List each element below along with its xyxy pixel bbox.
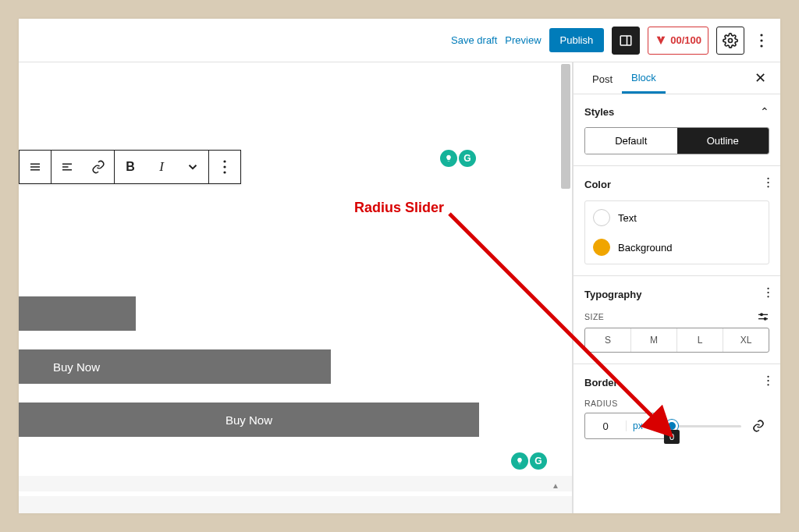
svg-point-16 bbox=[767, 182, 769, 183]
settings-sidebar: Post Block ✕ Styles Default Outline bbox=[573, 62, 780, 513]
style-outline-button[interactable]: Outline bbox=[677, 128, 769, 154]
grammarly-g-icon: G bbox=[530, 452, 547, 470]
color-section-title: Color bbox=[584, 179, 611, 190]
gear-icon bbox=[723, 33, 738, 48]
size-xl-button[interactable]: XL bbox=[723, 328, 769, 352]
block-type-button[interactable] bbox=[20, 151, 51, 183]
typography-section-title: Typography bbox=[584, 289, 641, 300]
buy-now-button-2[interactable]: Buy Now bbox=[19, 349, 331, 384]
size-s-button[interactable]: S bbox=[585, 328, 631, 352]
seo-score-value: 00/100 bbox=[670, 34, 701, 46]
radius-input-wrap: px bbox=[584, 413, 666, 439]
svg-rect-0 bbox=[620, 36, 631, 45]
block-toolbar: B I bbox=[19, 150, 241, 184]
svg-point-4 bbox=[760, 39, 762, 41]
close-icon: ✕ bbox=[755, 70, 766, 86]
svg-point-23 bbox=[761, 314, 763, 316]
border-options-button[interactable] bbox=[767, 375, 769, 389]
slider-track bbox=[672, 425, 741, 427]
styles-section: Styles Default Outline bbox=[574, 94, 780, 166]
sidebar-tabs: Post Block ✕ bbox=[574, 62, 780, 94]
background-color-swatch bbox=[593, 239, 610, 256]
more-vertical-icon bbox=[218, 160, 232, 174]
close-sidebar-button[interactable]: ✕ bbox=[750, 66, 771, 90]
svg-point-14 bbox=[223, 171, 225, 173]
justify-icon bbox=[28, 160, 42, 174]
svg-point-26 bbox=[767, 380, 769, 381]
bold-button[interactable]: B bbox=[115, 151, 146, 183]
buy-now-button-1[interactable] bbox=[19, 296, 136, 331]
score-icon bbox=[655, 34, 667, 47]
more-vertical-icon bbox=[767, 287, 769, 298]
typography-options-button[interactable] bbox=[767, 287, 769, 301]
scrollbar[interactable] bbox=[561, 64, 570, 189]
grammarly-bulb-icon bbox=[440, 150, 457, 167]
settings-panel-toggle-button[interactable] bbox=[612, 27, 640, 55]
link-radii-toggle[interactable] bbox=[748, 415, 769, 437]
grammarly-widget[interactable]: G bbox=[440, 150, 476, 167]
save-draft-link[interactable]: Save draft bbox=[451, 34, 497, 46]
collapse-caret-icon[interactable]: ▲ bbox=[552, 481, 559, 490]
metabox-divider-2 bbox=[19, 496, 572, 513]
align-button[interactable] bbox=[51, 151, 83, 183]
svg-point-20 bbox=[767, 296, 769, 297]
text-color-swatch bbox=[593, 209, 610, 226]
size-m-button[interactable]: M bbox=[631, 328, 677, 352]
svg-point-3 bbox=[760, 34, 762, 36]
settings-gear-button[interactable] bbox=[716, 27, 744, 55]
metabox-divider bbox=[19, 476, 572, 491]
block-more-options-button[interactable] bbox=[209, 151, 240, 183]
color-section: Color Text Background bbox=[574, 166, 780, 276]
more-vertical-icon bbox=[767, 375, 769, 386]
editor-canvas[interactable]: B I G Buy bbox=[19, 62, 573, 513]
size-l-button[interactable]: L bbox=[677, 328, 723, 352]
text-color-label: Text bbox=[618, 212, 637, 224]
radius-input[interactable] bbox=[585, 420, 626, 432]
background-color-row[interactable]: Background bbox=[590, 232, 764, 262]
link-icon bbox=[751, 419, 765, 433]
preview-link[interactable]: Preview bbox=[505, 34, 541, 46]
text-color-row[interactable]: Text bbox=[590, 203, 764, 232]
svg-point-12 bbox=[223, 160, 225, 162]
slider-tooltip: 0 bbox=[664, 430, 680, 444]
svg-point-2 bbox=[729, 38, 733, 42]
more-vertical-icon bbox=[767, 177, 769, 188]
typography-section: Typography SIZE S M L XL bbox=[574, 276, 780, 364]
border-section-title: Border bbox=[584, 377, 618, 388]
buy-now-button-3[interactable]: Buy Now bbox=[19, 403, 479, 437]
svg-point-13 bbox=[223, 165, 225, 168]
italic-button[interactable]: I bbox=[146, 151, 177, 183]
sidebar-icon bbox=[619, 34, 633, 48]
align-left-icon bbox=[60, 160, 74, 174]
radius-unit-select[interactable]: px bbox=[626, 420, 649, 431]
svg-point-15 bbox=[767, 178, 769, 179]
grammarly-widget-2[interactable]: G bbox=[511, 452, 547, 470]
chevron-up-icon[interactable] bbox=[760, 105, 769, 118]
border-section: Border RADIUS px 0 bbox=[574, 364, 780, 450]
annotation-label: Radius Slider bbox=[354, 200, 444, 216]
tab-block[interactable]: Block bbox=[622, 62, 666, 94]
style-default-button[interactable]: Default bbox=[585, 128, 677, 154]
svg-point-27 bbox=[767, 384, 769, 385]
radius-slider[interactable]: 0 bbox=[672, 413, 741, 439]
more-vertical-icon bbox=[760, 34, 763, 48]
background-color-label: Background bbox=[618, 242, 672, 254]
chevron-down-icon bbox=[186, 160, 200, 174]
link-button[interactable] bbox=[83, 151, 114, 183]
more-rich-text-button[interactable] bbox=[177, 151, 208, 183]
color-options-button[interactable] bbox=[767, 177, 769, 191]
sliders-icon[interactable] bbox=[757, 310, 769, 323]
size-selector: S M L XL bbox=[584, 328, 769, 353]
buttons-block: Buy Now Buy Now bbox=[19, 296, 541, 437]
styles-section-title: Styles bbox=[584, 106, 614, 118]
svg-point-25 bbox=[767, 376, 769, 378]
tab-post[interactable]: Post bbox=[583, 64, 622, 93]
svg-point-5 bbox=[760, 44, 762, 47]
top-more-options-button[interactable] bbox=[752, 27, 771, 55]
link-icon bbox=[91, 160, 105, 174]
publish-button[interactable]: Publish bbox=[549, 28, 605, 52]
svg-point-19 bbox=[767, 292, 769, 293]
size-label: SIZE bbox=[584, 312, 604, 321]
grammarly-bulb-icon bbox=[511, 452, 528, 470]
seo-score-box[interactable]: 00/100 bbox=[648, 27, 708, 55]
